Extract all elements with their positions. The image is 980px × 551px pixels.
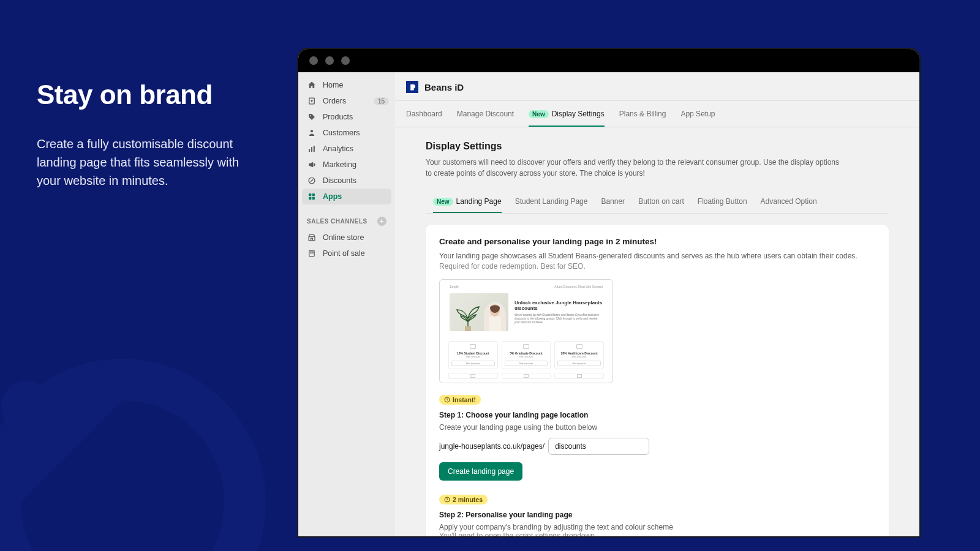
channel-pos[interactable]: Point of sale: [298, 246, 395, 261]
svg-rect-6: [314, 146, 315, 152]
store-icon: [307, 233, 317, 242]
home-icon: [307, 80, 317, 90]
url-slug-input[interactable]: [548, 438, 649, 455]
orders-badge: 15: [374, 97, 389, 105]
discount-icon: [307, 176, 317, 186]
window-minimize[interactable]: [325, 56, 334, 65]
display-subtabs: New Landing Page Student Landing Page Ba…: [426, 191, 889, 214]
brand-watermark: [0, 343, 282, 551]
subtab-advanced[interactable]: Advanced Option: [761, 191, 817, 213]
svg-rect-16: [489, 317, 501, 331]
card-line1: Your landing page showcases all Student …: [439, 251, 875, 261]
svg-rect-4: [309, 149, 310, 152]
nav-label: Apps: [323, 192, 385, 201]
subtab-floating-button[interactable]: Floating Button: [698, 191, 747, 213]
url-prefix: jungle-houseplants.co.uk/pages/: [439, 442, 545, 451]
svg-point-2: [310, 115, 311, 116]
tab-manage-discount[interactable]: Manage Discount: [457, 101, 514, 127]
add-channel-icon[interactable]: +: [377, 217, 386, 226]
step2-title: Step 2: Personalise your landing page: [439, 511, 875, 519]
svg-point-3: [311, 130, 313, 132]
nav-label: Analytics: [323, 144, 389, 153]
channel-label: Point of sale: [323, 249, 389, 258]
apps-icon: [307, 192, 317, 201]
subtab-landing-page[interactable]: New Landing Page: [433, 191, 502, 213]
analytics-icon: [307, 144, 317, 154]
hero-title: Stay on brand: [37, 80, 263, 110]
titlebar: [298, 49, 919, 72]
nav-discounts[interactable]: Discounts: [298, 173, 395, 189]
instant-tag: Instant!: [439, 395, 481, 405]
svg-rect-8: [309, 193, 311, 196]
nav-marketing[interactable]: Marketing: [298, 157, 395, 173]
new-pill: New: [529, 110, 549, 118]
landing-preview: Jungle About Discounts Shop Like Contact…: [439, 279, 613, 383]
step2-note: You'll need to open the script settings …: [439, 531, 875, 536]
svg-point-0: [1, 381, 52, 432]
window-close[interactable]: [309, 56, 318, 65]
app-tabs: Dashboard Manage Discount New Display Se…: [395, 101, 919, 127]
new-pill: New: [433, 198, 453, 206]
nav-label: Home: [323, 81, 389, 89]
clock-icon: [444, 497, 450, 503]
app-name: Beans iD: [424, 82, 464, 92]
svg-rect-11: [312, 197, 315, 200]
hero-subtitle: Create a fully customisable discount lan…: [37, 135, 263, 190]
page-title: Display Settings: [426, 141, 889, 152]
svg-rect-9: [312, 193, 315, 196]
nav-analytics[interactable]: Analytics: [298, 141, 395, 157]
step1-title: Step 1: Choose your landing page locatio…: [439, 411, 875, 419]
subtab-banner[interactable]: Banner: [601, 191, 625, 213]
nav-products[interactable]: Products: [298, 109, 395, 125]
sidebar: Home Orders 15 Products Customers Analyt…: [298, 72, 395, 536]
card-title: Create and personalise your landing page…: [439, 237, 875, 246]
nav-label: Discounts: [323, 176, 389, 185]
nav-apps[interactable]: Apps: [302, 189, 391, 204]
nav-label: Customers: [323, 129, 389, 137]
step1-desc: Create your landing page using the butto…: [439, 423, 875, 432]
svg-rect-14: [465, 326, 471, 331]
channel-online-store[interactable]: Online store: [298, 230, 395, 246]
nav-home[interactable]: Home: [298, 77, 395, 93]
nav-label: Marketing: [323, 160, 389, 169]
card-line2: Required for code redemption. Best for S…: [439, 261, 875, 272]
clock-icon: [444, 397, 450, 403]
svg-rect-13: [311, 252, 313, 253]
orders-icon: [307, 96, 317, 106]
subtab-student-landing[interactable]: Student Landing Page: [515, 191, 588, 213]
svg-rect-10: [309, 197, 311, 200]
step2-desc: Apply your company's branding by adjusti…: [439, 523, 875, 531]
channel-label: Online store: [323, 233, 389, 242]
landing-page-card: Create and personalise your landing page…: [426, 225, 889, 536]
nav-label: Products: [323, 113, 389, 121]
subtab-button-cart[interactable]: Button on cart: [638, 191, 684, 213]
nav-orders[interactable]: Orders 15: [298, 93, 395, 109]
sales-channels-header: SALES CHANNELS: [307, 218, 368, 225]
megaphone-icon: [307, 160, 317, 170]
tab-plans-billing[interactable]: Plans & Billing: [619, 101, 666, 127]
create-landing-page-button[interactable]: Create landing page: [439, 462, 522, 481]
tag-icon: [307, 112, 317, 122]
beans-logo: [406, 81, 418, 93]
svg-rect-5: [311, 147, 312, 152]
app-window: Home Orders 15 Products Customers Analyt…: [297, 48, 921, 538]
time-tag: 2 minutes: [439, 495, 488, 504]
pos-icon: [307, 249, 317, 258]
tab-app-setup[interactable]: App Setup: [680, 101, 715, 127]
window-zoom[interactable]: [341, 56, 350, 65]
person-icon: [307, 128, 317, 138]
nav-label: Orders: [323, 97, 368, 105]
tab-dashboard[interactable]: Dashboard: [406, 101, 442, 127]
page-description: Your customers will need to discover you…: [426, 157, 842, 179]
nav-customers[interactable]: Customers: [298, 125, 395, 141]
tab-display-settings[interactable]: New Display Settings: [529, 101, 605, 127]
